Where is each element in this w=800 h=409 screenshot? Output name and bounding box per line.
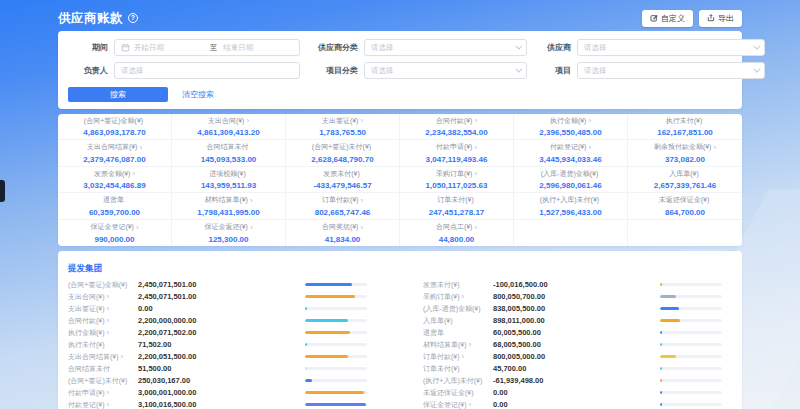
- stat-label: (合同+签证)未付(¥): [312, 142, 371, 152]
- metric-row[interactable]: 合同付款(¥) › 2,200,000,000.00: [68, 315, 377, 327]
- stat-cell[interactable]: 合同奖惩(¥) › 41,834.00: [286, 220, 400, 246]
- stat-value: 373,082.00: [665, 155, 705, 164]
- metric-row[interactable]: 支出合同结算(¥) › 2,200,051,500.00: [68, 351, 377, 363]
- metric-row[interactable]: 材料结算单(¥) › 68,005,500.00: [423, 339, 732, 351]
- stat-cell[interactable]: 支出合同(¥) › 4,861,309,413.20: [172, 114, 286, 140]
- metric-row[interactable]: 入库单(¥) 898,011,000.00: [423, 315, 732, 327]
- progress-bar: [305, 283, 367, 286]
- metric-row[interactable]: 合同结算未付 51,500.00: [68, 363, 377, 375]
- stat-cell[interactable]: 采购订单(¥) › 1,050,117,025.63: [400, 167, 514, 193]
- sidebar-collapse-handle[interactable]: [0, 180, 5, 202]
- progress-bar: [305, 391, 367, 394]
- metrics-column-right: 发票未付(¥) -100,016,500.00 采购订单(¥) › 800,05…: [423, 279, 732, 409]
- metric-row[interactable]: (合同+签证)金额(¥) 2,450,071,501.00: [68, 279, 377, 291]
- supplier-select[interactable]: 请选择: [577, 39, 765, 56]
- chevron-right-icon: ›: [360, 117, 363, 124]
- stat-value: 4,863,093,178.70: [83, 128, 145, 137]
- stat-value: 2,396,550,485.00: [539, 128, 601, 137]
- stat-cell[interactable]: 支出合同结算(¥) › 2,379,476,087.00: [58, 140, 172, 166]
- metric-row[interactable]: 订单未付(¥) 45,700.00: [423, 363, 732, 375]
- stat-cell[interactable]: 进项税额(¥) 143,959,511.93: [172, 167, 286, 193]
- chevron-right-icon: ›: [107, 329, 110, 336]
- group-metrics-panel: 提发集团 (合同+签证)金额(¥) 2,450,071,501.00: [58, 251, 742, 409]
- period-label: 期间: [68, 42, 108, 53]
- search-button[interactable]: 搜索: [68, 87, 168, 102]
- stat-label: 材料结算单(¥): [204, 195, 248, 205]
- export-button[interactable]: 导出: [699, 10, 742, 27]
- stat-value: 1,783,765.50: [319, 128, 366, 137]
- stat-cell[interactable]: 剩余预付款金额(¥) › 373,082.00: [628, 140, 742, 166]
- stat-cell[interactable]: (入库-退货)金额(¥) 2,596,980,061.46: [514, 167, 628, 193]
- metric-row[interactable]: 支出签证(¥) › 0.00: [68, 303, 377, 315]
- metric-label: (执行+入库)未付(¥): [423, 376, 482, 386]
- stat-cell[interactable]: 发票金额(¥) › 3,032,454,486.89: [58, 167, 172, 193]
- progress-bar-fill: [305, 283, 352, 286]
- start-date-input[interactable]: [134, 43, 204, 52]
- stat-value: 44,800.00: [439, 235, 475, 244]
- metric-row[interactable]: 付款申请(¥) › 3,000,001,000.00: [68, 387, 377, 399]
- metric-row[interactable]: 保证金登记(¥) › 0.00: [423, 399, 732, 409]
- metric-value: 0.00: [493, 388, 660, 397]
- metric-row[interactable]: 支出合同(¥) › 2,450,071,501.00: [68, 291, 377, 303]
- metric-label: (合同+签证)金额(¥): [68, 280, 127, 290]
- metrics-columns: (合同+签证)金额(¥) 2,450,071,501.00 支出合同(¥) › …: [68, 279, 732, 409]
- stat-cell[interactable]: (合同+签证)金额(¥) 4,863,093,178.70: [58, 114, 172, 140]
- help-icon[interactable]: ?: [128, 13, 138, 23]
- metric-row[interactable]: 执行未付(¥) 71,502.00: [68, 339, 377, 351]
- metric-row[interactable]: 未返还保证金(¥) 0.00: [423, 387, 732, 399]
- metric-row[interactable]: (执行+入库)未付(¥) -61,939,498.00: [423, 375, 732, 387]
- metric-row[interactable]: 发票未付(¥) -100,016,500.00: [423, 279, 732, 291]
- chevron-right-icon: ›: [107, 401, 110, 408]
- stat-label: 合同奖惩(¥): [322, 222, 359, 232]
- stat-cell[interactable]: (执行+入库)未付(¥) 1,527,596,433.00: [514, 193, 628, 219]
- group-name-link[interactable]: 提发集团: [68, 263, 102, 275]
- project-category-select[interactable]: 请选择: [364, 62, 527, 79]
- supplier-category-select[interactable]: 请选择: [364, 39, 527, 56]
- metric-row[interactable]: 订单付款(¥) › 800,005,000.00: [423, 351, 732, 363]
- metric-row[interactable]: (合同+签证)未付(¥) 250,030,167.00: [68, 375, 377, 387]
- stat-cell[interactable]: 退货单 60,359,700.00: [58, 193, 172, 219]
- stat-cell[interactable]: 支出签证(¥) › 1,783,765.50: [286, 114, 400, 140]
- metric-row[interactable]: 执行金额(¥) › 2,200,071,502.00: [68, 327, 377, 339]
- owner-select[interactable]: 请选择: [114, 62, 300, 79]
- stat-cell[interactable]: 合同结算未付 145,093,533.00: [172, 140, 286, 166]
- chevron-right-icon: ›: [588, 117, 591, 124]
- stat-cell[interactable]: 付款登记(¥) › 3,445,934,033.46: [514, 140, 628, 166]
- metric-value: -61,939,498.00: [493, 376, 660, 385]
- stat-cell[interactable]: 合同付款(¥) › 2,234,382,554.00: [400, 114, 514, 140]
- stat-cell[interactable]: 执行未付(¥) 162,167,851.00: [628, 114, 742, 140]
- metric-row[interactable]: 采购订单(¥) › 800,050,700.00: [423, 291, 732, 303]
- stat-cell[interactable]: 保证金返还(¥) › 125,300.00: [172, 220, 286, 246]
- customize-button[interactable]: 自定义: [642, 10, 693, 27]
- metric-row[interactable]: 付款登记(¥) › 3,100,016,500.00: [68, 399, 377, 409]
- stat-cell[interactable]: 订单付款(¥) › 802,665,747.46: [286, 193, 400, 219]
- chevron-right-icon: ›: [250, 197, 253, 204]
- metrics-column-left: (合同+签证)金额(¥) 2,450,071,501.00 支出合同(¥) › …: [68, 279, 377, 409]
- stat-value: 2,234,382,554.00: [425, 128, 487, 137]
- stat-cell[interactable]: 订单未付(¥) 247,451,278.17: [400, 193, 514, 219]
- stat-cell[interactable]: 未返还保证金(¥) 864,700.00: [628, 193, 742, 219]
- stat-cell[interactable]: 入库单(¥) 2,657,339,761.46: [628, 167, 742, 193]
- stat-label: 合同付款(¥): [436, 116, 473, 126]
- progress-bar-fill: [660, 391, 662, 394]
- stat-cell[interactable]: 材料结算单(¥) › 1,798,431,995.00: [172, 193, 286, 219]
- project-select[interactable]: 请选择: [577, 62, 765, 79]
- metric-label: 采购订单(¥): [423, 292, 460, 302]
- stat-value: 145,093,533.00: [201, 155, 257, 164]
- stat-cell[interactable]: 发票未付(¥) -433,479,546.57: [286, 167, 400, 193]
- date-range-input[interactable]: 至: [114, 39, 300, 56]
- stat-value: 4,861,309,413.20: [197, 128, 259, 137]
- stat-cell[interactable]: 付款申请(¥) › 3,047,119,493.46: [400, 140, 514, 166]
- stat-cell[interactable]: 执行金额(¥) › 2,396,550,485.00: [514, 114, 628, 140]
- progress-bar: [660, 391, 722, 394]
- metric-row[interactable]: (入库-退货)金额(¥) 838,005,500.00: [423, 303, 732, 315]
- stat-label: (合同+签证)金额(¥): [84, 116, 143, 126]
- metric-value: 2,200,071,502.00: [138, 328, 305, 337]
- end-date-input[interactable]: [223, 43, 293, 52]
- metric-row[interactable]: 退货单 60,005,500.00: [423, 327, 732, 339]
- stat-cell[interactable]: 合同点工(¥) › 44,800.00: [400, 220, 514, 246]
- stat-cell[interactable]: (合同+签证)未付(¥) 2,628,648,790.70: [286, 140, 400, 166]
- progress-bar: [660, 343, 722, 346]
- stat-cell[interactable]: 保证金登记(¥) › 990,000.00: [58, 220, 172, 246]
- clear-search-button[interactable]: 清空搜索: [182, 89, 214, 100]
